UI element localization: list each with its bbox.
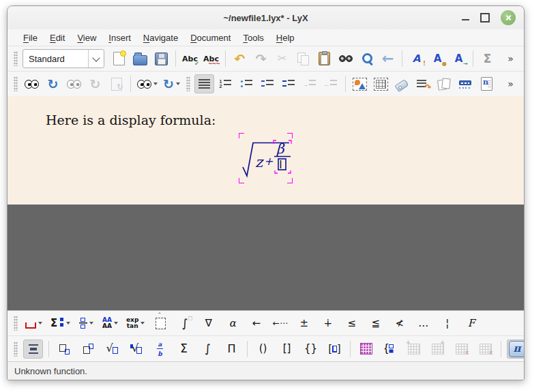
undo-button[interactable]: ↶	[230, 49, 250, 68]
math-operators-button[interactable]: ±	[294, 314, 314, 333]
toolbar-overflow-button[interactable]: »	[501, 74, 520, 93]
math-arrows-button[interactable]: ←	[246, 314, 266, 333]
product-button[interactable]: Π	[222, 340, 241, 359]
new-document-button[interactable]	[109, 49, 129, 68]
superscript-button[interactable]	[78, 340, 98, 359]
find-button[interactable]	[336, 49, 355, 68]
spellcheck-button[interactable]: Abc✔	[180, 49, 200, 68]
description-list-button[interactable]	[258, 74, 278, 93]
menu-insert[interactable]: Insert	[102, 31, 137, 45]
sqrt-button[interactable]	[102, 340, 122, 359]
toolbar-separator	[247, 341, 248, 357]
minimize-button-icon[interactable]	[462, 15, 469, 20]
close-button-icon[interactable]	[501, 10, 516, 25]
menu-navigate[interactable]: Navigate	[137, 31, 184, 45]
nav-back-button[interactable]: ←	[378, 49, 398, 68]
math-space-button[interactable]	[23, 314, 44, 333]
numbered-list-button[interactable]	[216, 74, 235, 93]
menu-tools[interactable]: Tools	[237, 31, 269, 45]
math-ams-operators-button[interactable]: F	[461, 314, 481, 333]
continuous-spellcheck-button[interactable]: Abc~~~	[201, 49, 221, 68]
menu-edit[interactable]: Edit	[44, 31, 71, 45]
delimiters-button[interactable]	[325, 340, 344, 359]
cases-button[interactable]	[380, 340, 400, 359]
insert-label-button[interactable]	[392, 74, 412, 93]
titlebar[interactable]: ~/newfile1.lyx* - LyX	[8, 6, 524, 29]
menu-view[interactable]: View	[71, 31, 102, 45]
fraction-button[interactable]	[150, 340, 170, 359]
labeling-list-button[interactable]	[279, 74, 299, 93]
math-inset[interactable]: z + β	[239, 133, 293, 183]
toolbar-grip[interactable]	[14, 76, 18, 91]
open-document-button[interactable]	[130, 49, 150, 68]
parentheses-button[interactable]: ()	[253, 340, 273, 359]
add-column-icon	[432, 344, 444, 355]
insert-cross-reference-button[interactable]	[413, 74, 433, 93]
find-replace-button[interactable]	[357, 49, 377, 68]
menu-help[interactable]: Help	[270, 31, 301, 45]
brackets-button[interactable]: []	[277, 340, 297, 359]
math-nabla-button[interactable]: ∇	[198, 314, 218, 333]
update-button[interactable]: ↻	[43, 74, 63, 93]
math-fraction-style-button[interactable]	[76, 314, 96, 333]
toolbar-overflow-button[interactable]: »	[501, 49, 520, 68]
root-button[interactable]	[126, 340, 146, 359]
math-dashed-arrows-button[interactable]: ←⋯	[270, 314, 290, 333]
math-greek-button[interactable]: α	[222, 314, 242, 333]
menu-document[interactable]: Document	[184, 31, 237, 45]
save-button[interactable]	[151, 49, 171, 68]
math-operator-style-button[interactable]	[48, 314, 72, 333]
toolbar-grip[interactable]	[14, 342, 18, 357]
insert-math-button[interactable]: Σ	[477, 49, 497, 68]
matrix-button[interactable]	[356, 340, 376, 359]
bullet-list-button[interactable]	[237, 74, 256, 93]
decrease-depth-button	[321, 74, 341, 93]
insert-citation-button[interactable]	[434, 74, 454, 93]
braces-button[interactable]: {}	[301, 340, 321, 359]
toolbar-grip[interactable]	[186, 76, 190, 91]
insert-index-button[interactable]	[456, 74, 475, 93]
toolbar-main: Standard Abc✔Abc~~~↶↷✂←A!A●A→Σ»	[8, 46, 524, 71]
view-other-formats-button[interactable]	[135, 74, 160, 93]
math-frame-button[interactable]	[151, 314, 171, 333]
paragraph-style-button[interactable]	[194, 74, 214, 93]
open-document-icon	[133, 55, 147, 65]
combo-arrow[interactable]	[88, 50, 104, 67]
document-page[interactable]: Here is a display formula: z + β	[8, 96, 524, 205]
insert-graphics-button[interactable]	[350, 74, 370, 93]
math-delimiters-bar-button[interactable]: ¦	[437, 314, 457, 333]
labeling-list-icon	[282, 79, 295, 89]
toolbar-grip[interactable]	[14, 51, 18, 66]
math-relations-button[interactable]: ≤	[342, 314, 362, 333]
work-area[interactable]: Here is a display formula: z + β	[8, 96, 524, 310]
insert-note-button[interactable]	[477, 74, 497, 93]
superscript-icon	[83, 344, 94, 355]
subscript-button[interactable]	[55, 340, 74, 359]
apply-last-style-button[interactable]: A→	[449, 49, 469, 68]
math-font-style-button[interactable]: AAAA	[100, 314, 120, 333]
view-button[interactable]	[22, 74, 42, 93]
status-bar: Unknown function.	[8, 361, 524, 380]
math-ams-relations-button[interactable]: ≦	[366, 314, 385, 333]
paragraph-layout-combo[interactable]: Standard	[23, 49, 104, 68]
update-other-formats-button[interactable]: ↻	[161, 74, 182, 93]
math-bigop-button[interactable]: ∫□	[175, 314, 194, 333]
sum-button[interactable]: Σ	[174, 340, 194, 359]
toolbar-grip[interactable]	[14, 316, 18, 331]
paragraph-text[interactable]: Here is a display formula:	[46, 112, 216, 127]
math-panel-toggle-button[interactable]: π	[507, 340, 525, 359]
math-functions-button[interactable]: exptan	[124, 314, 147, 333]
maximize-button-icon[interactable]	[480, 13, 490, 22]
toolbar-math-structures: Σ∫Π()[]{}π	[8, 335, 524, 361]
text-noun-button[interactable]: A●	[428, 49, 447, 68]
insert-table-button[interactable]	[371, 74, 391, 93]
math-ams-negative-relations-button[interactable]: ≮	[389, 314, 409, 333]
paste-button[interactable]	[314, 49, 334, 68]
integral-button[interactable]: ∫	[198, 340, 218, 359]
menu-file[interactable]: File	[17, 31, 44, 45]
math-dot-operators-button[interactable]: ∔	[318, 314, 338, 333]
math-dots-button[interactable]: …	[413, 314, 433, 333]
text-emphasis-button[interactable]: A!	[407, 49, 426, 68]
redo-button[interactable]: ↷	[251, 49, 271, 68]
math-display-toggle-button[interactable]	[23, 340, 43, 359]
